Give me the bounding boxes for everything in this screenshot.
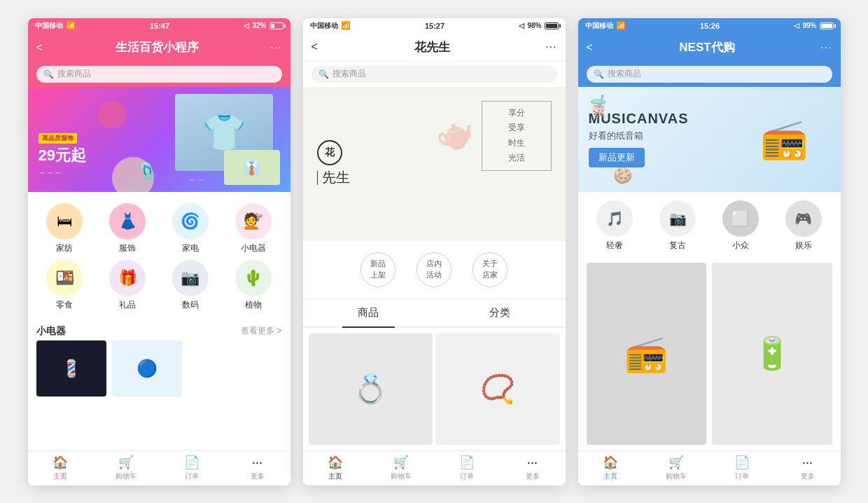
nav-order-1[interactable]: 📄 订单 [159, 451, 225, 485]
product-card-ring[interactable]: 💍 [309, 333, 433, 445]
quick-link-circle-new: 新品上架 [360, 252, 396, 287]
back-button-1[interactable]: < [36, 41, 43, 54]
more-icon-1: ··· [252, 455, 262, 470]
status-right-1: ◁ 32% [244, 22, 283, 29]
product-preview-1: 💈 🔵 [28, 340, 290, 397]
cat-label-lipin: 礼品 [119, 299, 136, 311]
nav-home-2[interactable]: 🏠 主页 [303, 451, 369, 485]
nav-label-cart-3: 购物车 [666, 471, 687, 481]
cat-qingshe[interactable]: 🎵 轻奢 [596, 200, 633, 252]
battery-icon-2 [545, 22, 559, 29]
battery-label-2: 98% [527, 22, 541, 29]
banner3-btn[interactable]: 新品更新 [589, 148, 645, 167]
cat-label-xiaodianqi: 小电器 [241, 242, 266, 254]
product-thumb-2[interactable]: 🔵 [112, 340, 182, 397]
cat-icon-fushi: 👗 [109, 203, 146, 240]
product-card-necklace[interactable]: 📿 [435, 333, 560, 445]
status-left-3: 中国移动 📶 [585, 21, 626, 31]
nav-more-2[interactable]: ··· 更多 [500, 451, 566, 485]
nav-label-home-2: 主页 [328, 471, 342, 481]
wifi-icon-2: 📶 [341, 21, 351, 30]
cat-icon-zhiwu: 🌵 [235, 260, 272, 296]
nav-order-3[interactable]: 📄 订单 [709, 451, 775, 485]
boombox-icon: 📻 [760, 116, 808, 162]
more-button-1[interactable]: ··· [270, 41, 281, 54]
nav-label-home-3: 主页 [603, 471, 617, 481]
nav-cart-3[interactable]: 🛒 购物车 [643, 451, 709, 485]
banner3-sub: 好看的纸音箱 [589, 130, 739, 142]
tab-goods-2[interactable]: 商品 [303, 299, 435, 326]
time-2: 15:27 [425, 22, 444, 30]
cat-lingshi[interactable]: 🍱 零食 [34, 257, 97, 314]
status-bar-2: 中国移动 📶 15:27 ◁ 98% [303, 18, 566, 34]
product-row-3: 📻 🔋 [578, 257, 841, 450]
nav-label-home-1: 主页 [53, 471, 67, 481]
cat-fushi[interactable]: 👗 服饰 [96, 200, 159, 257]
cat-jiadian[interactable]: 🌀 家电 [159, 200, 222, 257]
banner-badge-1: 高品质服饰 [38, 133, 77, 144]
cat-lipin[interactable]: 🎁 礼品 [96, 257, 159, 314]
product-card-capsule[interactable]: 🔋 [712, 263, 832, 445]
nav-cart-1[interactable]: 🛒 购物车 [93, 451, 159, 485]
teapot-icon: 🫖 [431, 110, 479, 156]
nav-order-2[interactable]: 📄 订单 [434, 451, 500, 485]
more-button-3[interactable]: ··· [820, 41, 832, 54]
brand-name-2: 先生 [322, 168, 350, 187]
battery-fill-1 [271, 24, 274, 28]
nav-label-order-3: 订单 [735, 471, 749, 481]
cat-fugu[interactable]: 📷 复古 [659, 200, 696, 252]
search-input-2[interactable]: 🔍 搜索商品 [312, 66, 557, 83]
battery-icon-1 [270, 22, 284, 29]
nav-cart-2[interactable]: 🛒 购物车 [368, 451, 434, 485]
battery-label-1: 32% [252, 22, 266, 29]
radio-icon: 📻 [624, 333, 668, 374]
cat-xiaodianqi[interactable]: 💇 小电器 [222, 200, 285, 257]
nav-more-1[interactable]: ··· 更多 [225, 451, 290, 485]
nav-label-more-1: 更多 [251, 471, 265, 481]
nav-home-1[interactable]: 🏠 主页 [28, 451, 94, 485]
cat-zhiwu[interactable]: 🌵 植物 [222, 257, 285, 314]
section-more-1[interactable]: 查看更多 > [241, 325, 281, 337]
back-button-3[interactable]: < [587, 41, 594, 54]
cat-label-lingshi: 零食 [56, 299, 73, 311]
quick-link-event[interactable]: 店内活动 [416, 252, 451, 287]
search-icon-2: 🔍 [318, 69, 329, 79]
cat-shuma[interactable]: 📷 数码 [159, 257, 222, 314]
capsule-icon: 🔋 [752, 335, 792, 372]
home-icon-3: 🏠 [603, 455, 618, 470]
nav-label-order-2: 订单 [460, 471, 474, 481]
slogan-box-2: 享分受享时生光活 [482, 101, 552, 171]
nav-label-order-1: 订单 [185, 471, 199, 481]
quick-link-new[interactable]: 新品上架 [360, 252, 396, 287]
cat-label-jiafang: 家纺 [56, 242, 73, 254]
page-title-1: 生活百货小程序 [115, 39, 199, 55]
product-thumb-1[interactable]: 💈 [36, 340, 106, 397]
back-button-2[interactable]: < [312, 41, 318, 53]
tab-category-2[interactable]: 分类 [434, 299, 566, 326]
cat-label-fugu: 复古 [669, 240, 686, 252]
nav-more-3[interactable]: ··· 更多 [775, 451, 841, 485]
more-button-2[interactable]: ··· [545, 41, 556, 53]
search-input-1[interactable]: 🔍 搜索商品 [36, 66, 282, 83]
cat-yule[interactable]: 🎮 娱乐 [785, 200, 822, 252]
search-placeholder-2: 搜索商品 [332, 68, 366, 80]
quick-link-about[interactable]: 关于店家 [472, 252, 507, 287]
bottom-nav-1: 🏠 主页 🛒 购物车 📄 订单 ··· 更多 [28, 450, 290, 485]
signal-icon-2: ◁ [519, 22, 524, 29]
nav-home-3[interactable]: 🏠 主页 [578, 451, 644, 485]
section-header-1: 小电器 查看更多 > [28, 319, 290, 340]
home-icon-2: 🏠 [328, 455, 343, 470]
plate-icon: 🍪 [613, 167, 632, 185]
signal-icon-1: ◁ [244, 22, 249, 29]
order-icon-3: 📄 [734, 455, 750, 470]
product-grid-2: 💍 📿 [303, 328, 566, 450]
search-input-3[interactable]: 🔍 搜索商品 [587, 66, 832, 83]
product-card-radio[interactable]: 📻 [587, 263, 707, 445]
search-placeholder-1: 搜索商品 [57, 68, 91, 80]
cat-xiaozhong[interactable]: ⬜ 小众 [722, 200, 759, 252]
cat-icon-yule: 🎮 [785, 200, 822, 237]
status-left-1: 中国移动 📶 [35, 21, 76, 31]
status-right-2: ◁ 98% [519, 22, 558, 29]
signal-icon-3: ◁ [794, 22, 799, 29]
cat-jiafang[interactable]: 🛏 家纺 [34, 200, 97, 257]
